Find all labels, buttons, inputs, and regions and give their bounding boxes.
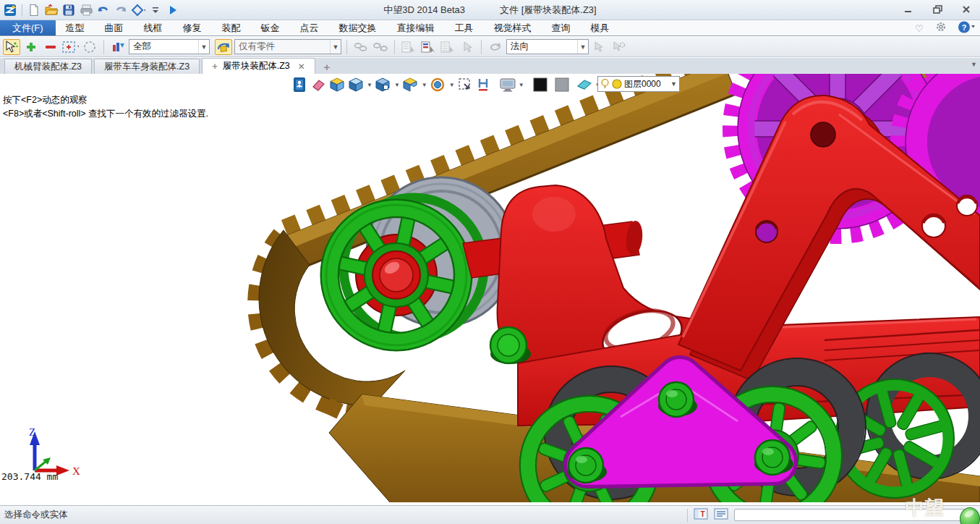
menu-pointcloud[interactable]: 点云	[290, 20, 329, 35]
list-pick-icon[interactable]	[400, 39, 417, 55]
background-black-swatch[interactable]	[532, 77, 549, 93]
quick-access-toolbar	[0, 3, 180, 17]
menu-shape[interactable]: 造型	[56, 20, 95, 35]
menu-wireframe[interactable]: 线框	[134, 20, 173, 35]
add-pick-icon[interactable]	[22, 39, 40, 55]
prompt-messages: 按下<F2>动态的观察 <F8>或者<Shift-roll> 查找下一个有效的过…	[3, 93, 208, 121]
chevron-down-icon[interactable]: ▼	[367, 82, 372, 88]
3d-viewport-scene[interactable]	[0, 74, 980, 505]
chevron-down-icon[interactable]: ▼	[670, 80, 677, 88]
pick-lasso-icon[interactable]	[81, 39, 98, 55]
remove-pick-icon[interactable]	[42, 39, 59, 55]
close-button[interactable]	[957, 3, 976, 16]
view-orientation-icon[interactable]	[375, 77, 391, 93]
layer-combobox[interactable]: 图层0000 ▼	[597, 76, 680, 92]
tab-label: 履带块装配体.Z3	[223, 60, 290, 72]
favorite-icon[interactable]: ♡	[915, 23, 924, 34]
tab-track-block-assembly[interactable]: + 履带块装配体.Z3 ✕	[202, 58, 315, 74]
erase-icon[interactable]	[310, 77, 326, 93]
layer-color-swatch[interactable]	[612, 79, 622, 89]
cursor-pick-icon[interactable]	[459, 39, 476, 55]
status-input-field[interactable]	[734, 509, 976, 521]
color-filter-icon[interactable]	[109, 39, 127, 55]
direction-filter-combobox[interactable]: 法向 ▼	[506, 39, 589, 54]
separator	[394, 40, 395, 54]
link-chain-icon[interactable]	[352, 39, 370, 55]
show-target-icon[interactable]	[328, 77, 345, 93]
tab-track-vehicle-body-assembly[interactable]: 履带车车身装配体.Z3	[94, 59, 200, 74]
help-icon[interactable]: ?	[958, 21, 976, 36]
align-view-icon[interactable]	[476, 77, 493, 93]
reverse-direction-icon[interactable]	[487, 39, 504, 55]
part-filter-combobox[interactable]: 仅有零件 ▼	[234, 39, 341, 54]
zoom-lens-icon[interactable]	[430, 77, 446, 93]
axis-x-label: X	[72, 465, 80, 477]
selection-filter-toolbar: 全部 ▼ 仅有零件 ▼ 法向 ▼	[0, 37, 980, 57]
shade-mode-icon[interactable]	[347, 77, 364, 93]
pick-settings-icon[interactable]	[610, 39, 628, 55]
graphics-viewport[interactable]: 按下<F2>动态的观察 <F8>或者<Shift-roll> 查找下一个有效的过…	[0, 74, 980, 505]
chevron-down-icon[interactable]: ▼	[198, 40, 209, 54]
menu-file[interactable]: 文件(F)	[0, 20, 56, 35]
start-play-icon[interactable]	[166, 3, 180, 17]
chevron-down-icon[interactable]: ▼	[577, 40, 588, 54]
zoom-window-icon[interactable]	[457, 77, 474, 93]
tab-list-chevron-icon[interactable]: ▼	[971, 61, 977, 68]
tab-robot-arm-assembly[interactable]: 机械臂装配体.Z3	[4, 59, 92, 74]
print-icon[interactable]	[79, 3, 93, 17]
menu-assembly[interactable]: 装配	[212, 20, 251, 35]
layer-name: 图层0000	[624, 78, 661, 90]
section-view-icon[interactable]	[402, 77, 419, 93]
clear-highlight-icon[interactable]	[576, 77, 592, 93]
panel-toggle-icon[interactable]: T	[694, 508, 708, 522]
tab-label: 履带车车身装配体.Z3	[104, 61, 189, 73]
chevron-down-icon[interactable]: ▼	[394, 82, 400, 88]
tab-label: 机械臂装配体.Z3	[14, 61, 82, 73]
toolbar-options-icon[interactable]	[148, 3, 163, 17]
pick-direction-icon[interactable]	[591, 39, 608, 55]
open-file-icon[interactable]	[44, 3, 59, 17]
measurement-readout: 203.744 mm	[1, 471, 58, 482]
app-logo-icon[interactable]	[3, 3, 17, 17]
pick-box-icon[interactable]	[61, 39, 79, 55]
undo-icon[interactable]	[96, 3, 111, 17]
background-gray-swatch[interactable]	[554, 77, 571, 93]
chevron-down-icon[interactable]: ▼	[519, 82, 524, 88]
entity-filter-combobox[interactable]: 全部 ▼	[129, 39, 210, 54]
chevron-down-icon[interactable]: ▼	[449, 82, 455, 88]
save-file-icon[interactable]	[61, 3, 76, 17]
separator	[103, 40, 104, 54]
prompt-line-1: 按下<F2>动态的观察	[3, 93, 208, 107]
new-tab-button[interactable]: +	[318, 59, 336, 74]
view-mode-icon[interactable]	[131, 3, 145, 17]
menu-data-exchange[interactable]: 数据交换	[329, 20, 387, 35]
chevron-down-icon[interactable]: ▼	[330, 40, 341, 54]
menu-mold[interactable]: 模具	[581, 20, 620, 35]
smart-pick-icon[interactable]	[3, 39, 20, 55]
separator	[481, 40, 482, 54]
display-mode-icon[interactable]	[499, 77, 516, 93]
zw3d-application-window: { "window": { "app_title": "中望3D 2014 Be…	[0, 0, 980, 524]
minimize-button[interactable]	[899, 3, 918, 16]
redo-icon[interactable]	[114, 3, 128, 17]
restore-button[interactable]	[928, 3, 947, 16]
menu-repair[interactable]: 修复	[173, 20, 212, 35]
menu-surface[interactable]: 曲面	[95, 20, 134, 35]
menu-tools[interactable]: 工具	[445, 20, 484, 35]
message-log-icon[interactable]	[714, 508, 728, 522]
new-file-icon[interactable]	[27, 3, 41, 17]
menu-inquire[interactable]: 查询	[542, 20, 581, 35]
menu-direct-edit[interactable]: 直接编辑	[387, 20, 445, 35]
unlink-chain-icon[interactable]	[372, 39, 389, 55]
orbit-mode-icon[interactable]	[215, 39, 232, 55]
part-filter-value: 仅有零件	[239, 41, 275, 53]
list-pick-colored-icon[interactable]	[419, 39, 437, 55]
close-tab-icon[interactable]: ✕	[298, 62, 305, 72]
chevron-down-icon[interactable]: ▼	[422, 82, 427, 88]
settings-gear-icon[interactable]	[935, 21, 947, 35]
menu-visual-style[interactable]: 视觉样式	[484, 20, 542, 35]
list-all-icon[interactable]	[439, 39, 456, 55]
svg-text:T: T	[700, 510, 704, 518]
menu-sheetmetal[interactable]: 钣金	[251, 20, 290, 35]
exit-environment-icon[interactable]	[291, 77, 307, 93]
